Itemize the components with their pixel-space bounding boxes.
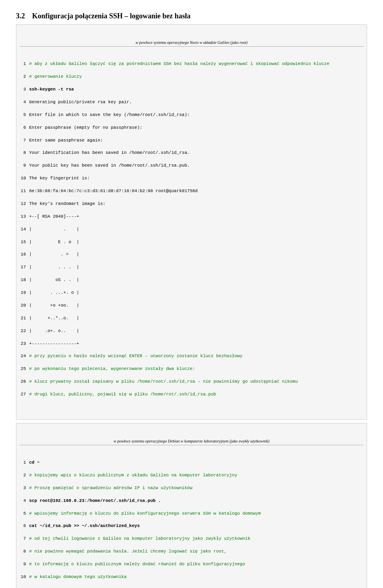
code-line: 24# przy pytaniu o hasło należy wcisnąć … (20, 353, 363, 360)
section-heading: 3.2 Konfiguracja połączenia SSH – logowa… (16, 12, 367, 20)
section-title: Konfiguracja połączenia SSH – logowanie … (32, 12, 191, 20)
code-line: 2# kopiujemy wpis o kluczu publicznym z … (20, 472, 363, 479)
line-number: 4 (20, 498, 26, 504)
line-number: 10 (20, 175, 26, 182)
code-block-1: w powłoce systemu operacyjnego Yocto w u… (16, 24, 367, 420)
line-number: 4 (20, 99, 26, 106)
code-line: 6Enter passphrase (empty for no passphra… (20, 125, 363, 131)
code-line: 18| oS . . | (20, 277, 363, 283)
comment-text: # Proszę pamiętać o sprawdzeniu adresów … (29, 486, 192, 490)
block1-title: w powłoce systemu operacyjnego Yocto w u… (20, 40, 363, 47)
comment-text: # po wykonaniu tego polecenia, wygenerow… (29, 366, 195, 371)
code-line: 4scp root@192.168.0.23:/home/root/.ssh/i… (20, 498, 363, 504)
line-number: 27 (20, 391, 26, 398)
code-line: 8# nie powinno wymagać podawania hasła. … (20, 549, 363, 555)
code-line: 23+-----------------+ (20, 341, 363, 347)
line-number: 21 (20, 315, 26, 322)
line-number: 2 (20, 472, 26, 479)
line-number: 20 (20, 303, 26, 309)
line-number: 7 (20, 536, 26, 542)
code-line: 13+--[ RSA 2048]----+ (20, 214, 363, 220)
code-line: 21| +..*..o. | (20, 315, 363, 322)
code-line: 20| +o +oo. | (20, 303, 363, 309)
line-number: 25 (20, 366, 26, 372)
line-number: 8 (20, 150, 26, 156)
line-number: 7 (20, 138, 26, 144)
line-number: 12 (20, 201, 26, 207)
code-line: 5Enter file in which to save the key (/h… (20, 112, 363, 118)
comment-text: # od tej chwili logowanie z Galileo na k… (29, 536, 251, 541)
code-line: 26# klucz prywatny został zapisany w pli… (20, 379, 363, 385)
code-line: 7Enter same passphrase again: (20, 138, 363, 144)
code-block-2: w powłoce systemu operacyjnego Debian w … (16, 423, 367, 588)
line-number: 8 (20, 549, 26, 555)
line-number: 5 (20, 112, 26, 118)
line-number: 2 (20, 74, 26, 80)
comment-text: # przy pytaniu o hasło należy wcisnąć EN… (29, 354, 243, 358)
comment-text: # w katalogu domowym tego użytkownika (29, 574, 126, 579)
comment-text: # aby z układu Galileo łączyć się za poś… (29, 61, 330, 66)
code-line: 2# generowanie kluczy (20, 74, 363, 80)
comment-text: # generowanie kluczy (29, 74, 82, 79)
code-line: 1cd ~ (20, 460, 363, 466)
code-line: 16| . = | (20, 252, 363, 258)
line-number: 3 (20, 485, 26, 492)
line-number: 6 (20, 125, 26, 131)
code-line: 12The key's randomart image is: (20, 201, 363, 207)
line-number: 17 (20, 264, 26, 271)
block2-title: w powłoce systemu operacyjnego Debian w … (20, 439, 363, 446)
line-number: 9 (20, 561, 26, 568)
line-number: 1 (20, 460, 26, 466)
line-number: 15 (20, 239, 26, 246)
code-line: 1# aby z układu Galileo łączyć się za po… (20, 61, 363, 67)
code-line: 9# to informację o kluczu publicznym nal… (20, 561, 363, 568)
line-number: 26 (20, 379, 26, 385)
bold-text: scp root@192.168.0.23:/home/root/.ssh/id… (29, 498, 161, 503)
block1-content: 1# aby z układu Galileo łączyć się za po… (20, 61, 363, 404)
line-number: 13 (20, 214, 26, 220)
comment-text: # wpisujemy informację o kluczu do pliku… (29, 511, 261, 516)
line-number: 6 (20, 523, 26, 529)
comment-text: # to informację o kluczu publicznym nale… (29, 562, 245, 566)
comment-text: # klucz prywatny został zapisany w pliku… (29, 379, 298, 384)
bold-text: cd ~ (29, 460, 39, 465)
code-line: 19| . ...+. o | (20, 290, 363, 296)
line-number: 11 (20, 188, 26, 195)
code-line: 22| .o+. o.. | (20, 328, 363, 334)
code-line: 3ssh-keygen -t rsa (20, 87, 363, 93)
bold-text: ssh-keygen -t rsa (29, 87, 74, 92)
line-number: 10 (20, 574, 26, 580)
code-line: 5# wpisujemy informację o kluczu do plik… (20, 511, 363, 517)
code-line: 9Your public key has been saved in /home… (20, 163, 363, 169)
line-number: 1 (20, 61, 26, 67)
line-number: 18 (20, 277, 26, 283)
block2-content: 1cd ~ 2# kopiujemy wpis o kluczu publicz… (20, 460, 363, 587)
code-line: 7# od tej chwili logowanie z Galileo na … (20, 536, 363, 542)
line-number: 23 (20, 341, 26, 347)
code-line: 6cat ~/id_rsa.pub >> ~/.ssh/authorized_k… (20, 523, 363, 529)
code-line: 27# drugi klucz, publiczny, pojawił się … (20, 391, 363, 398)
comment-text: # drugi klucz, publiczny, pojawił się w … (29, 392, 216, 397)
line-number: 24 (20, 353, 26, 360)
page: 3.2 Konfiguracja połączenia SSH – logowa… (0, 0, 383, 588)
line-number: 9 (20, 163, 26, 169)
code-line: 8Your identification has been saved in /… (20, 150, 363, 156)
line-number: 14 (20, 226, 26, 233)
code-line: 15| E . o | (20, 239, 363, 246)
code-line: 10The key fingerprint is: (20, 175, 363, 182)
code-line: 116e:3b:88:fa:64:bc:7c:c3:d3:61:d8:d7:16… (20, 188, 363, 195)
code-line: 10# w katalogu domowym tego użytkownika (20, 574, 363, 580)
code-line: 4Generating public/private rsa key pair. (20, 99, 363, 106)
line-number: 22 (20, 328, 26, 334)
section-number: 3.2 (16, 12, 25, 20)
bold-text: cat ~/id_rsa.pub >> ~/.ssh/authorized_ke… (29, 523, 140, 528)
line-number: 16 (20, 252, 26, 258)
line-number: 3 (20, 87, 26, 93)
code-line: 14| . | (20, 226, 363, 233)
code-line: 25# po wykonaniu tego polecenia, wygener… (20, 366, 363, 372)
code-line: 17| . . . | (20, 264, 363, 271)
line-number: 19 (20, 290, 26, 296)
line-number: 5 (20, 511, 26, 517)
comment-text: # nie powinno wymagać podawania hasła. J… (29, 549, 227, 554)
code-line: 3# Proszę pamiętać o sprawdzeniu adresów… (20, 485, 363, 492)
